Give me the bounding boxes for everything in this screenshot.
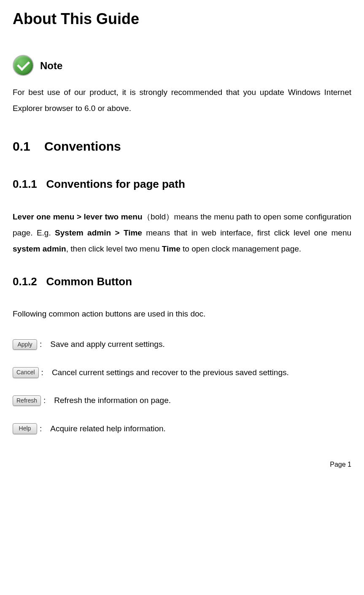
section-number: 0.1.1	[13, 178, 37, 190]
apply-button: Apply	[13, 339, 37, 350]
conventions-paragraph: Lever one menu > lever two menu（bold）mea…	[13, 209, 351, 257]
note-label: Note	[40, 59, 62, 73]
help-button: Help	[13, 423, 37, 434]
apply-desc: Save and apply current settings.	[50, 339, 164, 350]
check-icon	[13, 55, 34, 76]
time-bold: Time	[162, 244, 181, 253]
cancel-button: Cancel	[13, 367, 39, 378]
section-number: 0.1	[13, 139, 30, 153]
common-button-intro: Following common action buttons are used…	[13, 306, 351, 322]
section-012-heading: 0.1.2 Common Button	[13, 274, 351, 289]
refresh-button: Refresh	[13, 395, 41, 406]
section-011-heading: 0.1.1 Conventions for page path	[13, 176, 351, 192]
menu-path-bold: Lever one menu > lever two menu	[13, 212, 142, 221]
system-admin-bold: system admin	[13, 244, 66, 253]
cancel-button-item: Cancel : Cancel current settings and rec…	[13, 367, 351, 379]
button-list: Apply : Save and apply current settings.…	[13, 339, 351, 434]
page-label: Page	[330, 461, 345, 468]
section-title: Conventions	[44, 139, 121, 153]
note-header: Note	[13, 55, 351, 76]
refresh-button-item: Refresh : Refresh the information on pag…	[13, 395, 351, 406]
cancel-desc: Cancel current settings and recover to t…	[52, 367, 289, 379]
apply-button-item: Apply : Save and apply current settings.	[13, 339, 351, 350]
note-text: For best use of our product, it is stron…	[13, 84, 351, 116]
help-desc: Acquire related help information.	[50, 423, 166, 435]
page-number: 1	[348, 461, 351, 468]
refresh-desc: Refresh the information on page.	[54, 395, 171, 406]
section-number: 0.1.2	[13, 275, 37, 288]
help-button-item: Help : Acquire related help information.	[13, 423, 351, 435]
page-footer: Page 1	[13, 460, 351, 469]
page-title: About This Guide	[13, 8, 351, 30]
section-01-heading: 0.1 Conventions	[13, 138, 351, 155]
section-title: Conventions for page path	[46, 178, 185, 190]
section-title: Common Button	[46, 275, 132, 288]
example-path-bold: System admin > Time	[55, 228, 142, 237]
